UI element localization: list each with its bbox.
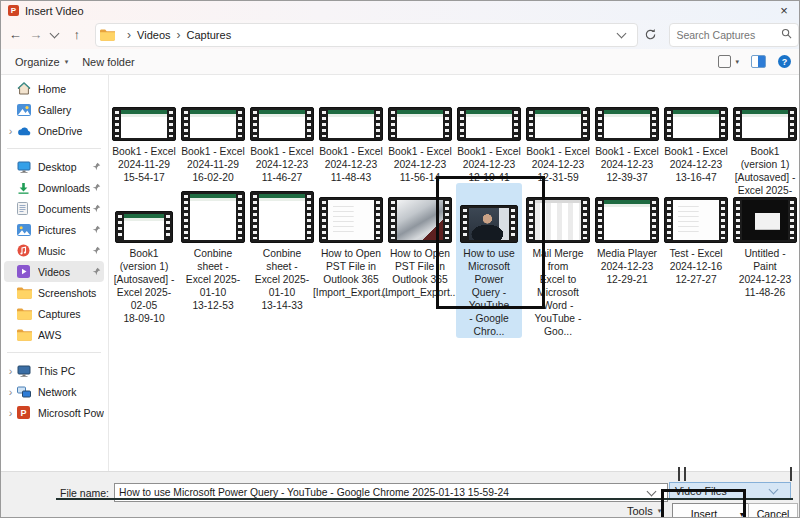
sidebar-item-microsoft-powerpoi[interactable]: ›PMicrosoft PowerPoi [4, 402, 104, 423]
file-item[interactable]: How to Open PST File in Outlook 365 [Imp… [318, 183, 384, 338]
organize-button[interactable]: Organize▾ [15, 56, 68, 68]
sidebar-item-screenshots[interactable]: Screenshots [4, 282, 104, 303]
breadcrumb-item-videos[interactable]: Videos [137, 29, 170, 41]
sidebar-item-label: Downloads [38, 182, 90, 194]
sidebar-item-label: Microsoft PowerPoi [38, 407, 104, 419]
file-item[interactable]: Conbine sheet - Excel 2025-01-10 13-14-3… [249, 183, 315, 338]
video-thumbnail [319, 107, 383, 141]
sidebar-item-home[interactable]: Home [4, 78, 104, 99]
sidebar-item-videos[interactable]: Videos [4, 261, 104, 282]
caret-down-icon: ▾ [65, 58, 69, 66]
expand-chevron-icon[interactable]: › [4, 407, 17, 419]
recent-locations-button[interactable] [46, 24, 67, 46]
pin-icon [90, 162, 102, 171]
sidebar-item-label: AWS [38, 329, 104, 341]
caret-down-icon: ▾ [658, 507, 662, 515]
expand-chevron-icon[interactable]: › [4, 386, 17, 398]
file-item[interactable]: Mail Merge from Excel to Microsoft Word … [525, 183, 591, 338]
file-name-label: File name: [1, 487, 114, 499]
change-view-button[interactable]: ▾ [718, 55, 739, 68]
file-label: Mail Merge from Excel to Microsoft Word … [525, 247, 591, 338]
file-item-selected[interactable]: How to use Microsoft Power Query - YouTu… [456, 183, 522, 338]
video-thumbnail [733, 107, 797, 141]
sidebar-item-label: This PC [38, 365, 104, 377]
close-icon[interactable]: × [775, 2, 793, 18]
pin-icon [90, 267, 102, 276]
sidebar-item-music[interactable]: Music [4, 240, 104, 261]
address-bar[interactable]: › Videos › Captures [95, 23, 638, 47]
folder-icon [17, 286, 32, 300]
desktop-icon [17, 160, 32, 174]
expand-chevron-icon[interactable]: › [4, 125, 17, 137]
video-thumbnail [595, 107, 659, 141]
sidebar-item-documents[interactable]: Documents [4, 198, 104, 219]
svg-text:P: P [20, 408, 26, 418]
video-thumbnail [595, 197, 659, 243]
video-thumbnail [181, 107, 245, 141]
divider-line [56, 498, 793, 500]
sidebar-item-gallery[interactable]: Gallery [4, 99, 104, 120]
expand-chevron-icon[interactable]: › [4, 365, 17, 377]
caret-down-icon: ▾ [735, 58, 739, 66]
file-item[interactable]: How to Open PST File in Outlook 365 (Imp… [387, 183, 453, 338]
preview-pane-icon[interactable] [751, 55, 766, 68]
up-button[interactable]: ↑ [67, 24, 88, 46]
breadcrumb-item-captures[interactable]: Captures [187, 29, 232, 41]
sidebar-item-aws[interactable]: AWS [4, 324, 104, 345]
back-button[interactable]: ← [5, 24, 26, 46]
sidebar-item-this-pc[interactable]: ›This PC [4, 360, 104, 381]
address-dropdown-icon[interactable] [617, 29, 627, 39]
search-input[interactable]: Search Captures [676, 29, 781, 41]
sidebar: HomeGallery›OneDriveDesktopDownloadsDocu… [1, 75, 107, 474]
file-item[interactable]: Test - Excel 2024-12-16 12-27-27 [663, 183, 729, 338]
file-item[interactable]: Media Player 2024-12-23 12-29-21 [594, 183, 660, 338]
sidebar-item-label: Documents [38, 203, 90, 215]
file-label: Book1 - Excel 2024-12-23 13-16-47 [664, 145, 728, 184]
file-type-dropdown[interactable]: Video Files [669, 482, 791, 499]
video-thumbnail [112, 107, 176, 141]
sidebar-item-captures[interactable]: Captures [4, 303, 104, 324]
new-folder-button[interactable]: New folder [82, 56, 135, 68]
file-label: Book1 - Excel 2024-12-23 12-39-37 [595, 145, 659, 184]
file-name-input[interactable]: How to use Microsoft Power Query - YouTu… [119, 487, 644, 498]
video-thumbnail [250, 191, 314, 243]
chevron-down-icon [769, 485, 779, 495]
music-icon [17, 244, 32, 258]
sidebar-item-label: Desktop [38, 161, 90, 173]
sidebar-item-label: Pictures [38, 224, 90, 236]
sidebar-item-label: OneDrive [38, 125, 104, 137]
file-label: Book1 - Excel 2024-11-29 15-54-17 [112, 145, 176, 184]
file-label: Test - Excel 2024-12-16 12-27-27 [669, 247, 722, 286]
sidebar-item-label: Network [38, 386, 104, 398]
file-label: Media Player 2024-12-23 12-29-21 [597, 247, 657, 286]
sidebar-item-label: Music [38, 245, 90, 257]
file-item[interactable]: Conbine sheet - Excel 2025-01-10 13-12-5… [180, 183, 246, 338]
video-thumbnail [115, 211, 173, 243]
search-box[interactable]: Search Captures [669, 23, 799, 47]
help-icon[interactable]: ? [778, 55, 791, 68]
title-bar: P Insert Video × [1, 1, 799, 20]
sidebar-item-network[interactable]: ›Network [4, 381, 104, 402]
sidebar-item-desktop[interactable]: Desktop [4, 156, 104, 177]
sidebar-item-pictures[interactable]: Pictures [4, 219, 104, 240]
forward-button[interactable]: → [26, 24, 47, 46]
video-thumbnail [388, 107, 452, 141]
file-label: Book1 (version 1) [Autosaved] - Excel 20… [111, 247, 177, 325]
sidebar-item-onedrive[interactable]: ›OneDrive [4, 120, 104, 141]
video-thumbnail [319, 197, 383, 243]
tools-button[interactable]: Tools▾ [627, 505, 661, 517]
video-thumbnail [250, 107, 314, 141]
video-thumbnail [664, 107, 728, 141]
cancel-button[interactable]: Cancel [748, 503, 798, 518]
breadcrumb-separator: › [127, 28, 131, 42]
refresh-icon[interactable] [644, 28, 657, 41]
video-thumbnail [526, 107, 590, 141]
folder-icon [17, 328, 32, 342]
annotation-tick-mark [678, 467, 680, 481]
pin-icon [90, 246, 102, 255]
insert-button[interactable]: Insert [672, 503, 736, 518]
file-item[interactable]: Book1 (version 1) [Autosaved] - Excel 20… [111, 183, 177, 338]
sidebar-item-downloads[interactable]: Downloads [4, 177, 104, 198]
pictures-icon [17, 223, 32, 237]
file-item[interactable]: Untitled - Paint 2024-12-23 11-48-26 [732, 183, 798, 338]
